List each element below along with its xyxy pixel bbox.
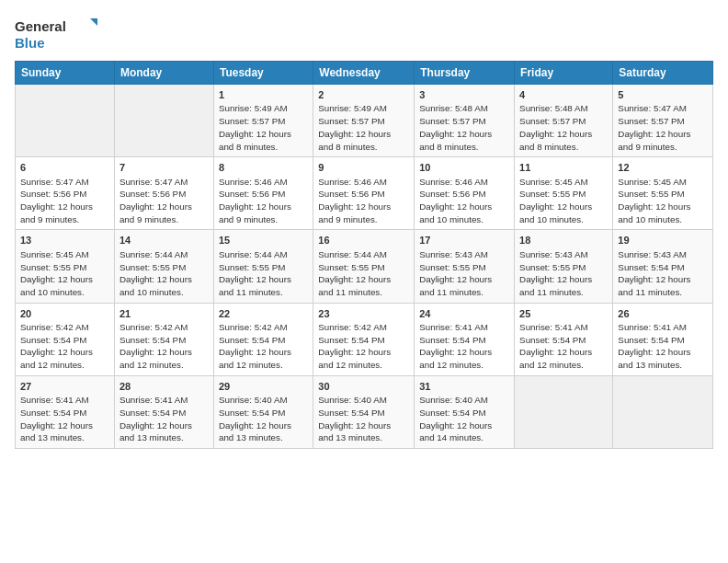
calendar-cell: 16Sunrise: 5:44 AM Sunset: 5:55 PM Dayli… bbox=[313, 230, 415, 303]
svg-marker-2 bbox=[90, 18, 97, 26]
day-number: 2 bbox=[318, 88, 409, 102]
day-number: 9 bbox=[318, 161, 409, 175]
calendar-cell: 1Sunrise: 5:49 AM Sunset: 5:57 PM Daylig… bbox=[213, 85, 313, 157]
calendar-cell bbox=[515, 375, 613, 448]
calendar-cell: 17Sunrise: 5:43 AM Sunset: 5:55 PM Dayli… bbox=[415, 230, 515, 303]
day-number: 14 bbox=[119, 234, 209, 247]
day-number: 20 bbox=[20, 307, 109, 321]
day-number: 4 bbox=[519, 88, 608, 102]
calendar-cell: 3Sunrise: 5:48 AM Sunset: 5:57 PM Daylig… bbox=[415, 85, 515, 157]
day-info: Sunrise: 5:49 AM Sunset: 5:57 PM Dayligh… bbox=[219, 102, 308, 153]
day-info: Sunrise: 5:40 AM Sunset: 5:54 PM Dayligh… bbox=[419, 394, 509, 444]
calendar-cell: 18Sunrise: 5:43 AM Sunset: 5:55 PM Dayli… bbox=[515, 230, 613, 303]
calendar-cell: 12Sunrise: 5:45 AM Sunset: 5:55 PM Dayli… bbox=[613, 157, 713, 230]
day-number: 22 bbox=[219, 307, 308, 321]
calendar-cell: 6Sunrise: 5:47 AM Sunset: 5:56 PM Daylig… bbox=[16, 157, 115, 230]
calendar-week-row: 6Sunrise: 5:47 AM Sunset: 5:56 PM Daylig… bbox=[16, 157, 713, 230]
calendar-cell: 25Sunrise: 5:41 AM Sunset: 5:54 PM Dayli… bbox=[515, 303, 613, 375]
calendar-cell: 7Sunrise: 5:47 AM Sunset: 5:56 PM Daylig… bbox=[114, 157, 213, 230]
day-info: Sunrise: 5:44 AM Sunset: 5:55 PM Dayligh… bbox=[318, 248, 409, 299]
calendar-cell: 23Sunrise: 5:42 AM Sunset: 5:54 PM Dayli… bbox=[313, 303, 415, 375]
day-number: 17 bbox=[419, 234, 509, 247]
calendar-cell: 28Sunrise: 5:41 AM Sunset: 5:54 PM Dayli… bbox=[114, 375, 213, 448]
day-number: 26 bbox=[618, 307, 708, 321]
calendar-cell: 31Sunrise: 5:40 AM Sunset: 5:54 PM Dayli… bbox=[415, 375, 515, 448]
calendar-week-row: 13Sunrise: 5:45 AM Sunset: 5:55 PM Dayli… bbox=[16, 230, 713, 303]
day-info: Sunrise: 5:43 AM Sunset: 5:55 PM Dayligh… bbox=[419, 248, 509, 299]
day-info: Sunrise: 5:42 AM Sunset: 5:54 PM Dayligh… bbox=[20, 321, 109, 372]
day-info: Sunrise: 5:47 AM Sunset: 5:57 PM Dayligh… bbox=[618, 102, 708, 153]
weekday-header-wednesday: Wednesday bbox=[313, 62, 415, 85]
day-info: Sunrise: 5:43 AM Sunset: 5:55 PM Dayligh… bbox=[519, 248, 608, 299]
day-number: 15 bbox=[219, 234, 308, 247]
day-info: Sunrise: 5:48 AM Sunset: 5:57 PM Dayligh… bbox=[419, 102, 509, 153]
weekday-header-saturday: Saturday bbox=[613, 62, 713, 85]
day-info: Sunrise: 5:48 AM Sunset: 5:57 PM Dayligh… bbox=[519, 102, 608, 153]
calendar-week-row: 27Sunrise: 5:41 AM Sunset: 5:54 PM Dayli… bbox=[16, 375, 713, 448]
day-info: Sunrise: 5:43 AM Sunset: 5:54 PM Dayligh… bbox=[618, 248, 708, 299]
day-info: Sunrise: 5:45 AM Sunset: 5:55 PM Dayligh… bbox=[519, 176, 608, 226]
day-number: 12 bbox=[618, 161, 708, 175]
weekday-header-tuesday: Tuesday bbox=[213, 62, 313, 85]
day-number: 29 bbox=[219, 380, 308, 394]
day-number: 6 bbox=[20, 161, 109, 175]
day-number: 24 bbox=[419, 307, 509, 321]
day-number: 7 bbox=[119, 161, 209, 175]
calendar-week-row: 1Sunrise: 5:49 AM Sunset: 5:57 PM Daylig… bbox=[16, 85, 713, 157]
calendar-cell: 27Sunrise: 5:41 AM Sunset: 5:54 PM Dayli… bbox=[16, 375, 115, 448]
day-number: 18 bbox=[519, 234, 608, 247]
day-info: Sunrise: 5:44 AM Sunset: 5:55 PM Dayligh… bbox=[219, 248, 308, 299]
day-info: Sunrise: 5:41 AM Sunset: 5:54 PM Dayligh… bbox=[618, 321, 708, 372]
day-number: 21 bbox=[119, 307, 209, 321]
day-info: Sunrise: 5:47 AM Sunset: 5:56 PM Dayligh… bbox=[20, 176, 109, 226]
calendar-cell: 9Sunrise: 5:46 AM Sunset: 5:56 PM Daylig… bbox=[313, 157, 415, 230]
day-info: Sunrise: 5:49 AM Sunset: 5:57 PM Dayligh… bbox=[318, 102, 409, 153]
day-number: 23 bbox=[318, 307, 409, 321]
day-number: 27 bbox=[20, 380, 109, 394]
day-number: 31 bbox=[419, 380, 509, 394]
svg-text:Blue: Blue bbox=[15, 35, 45, 51]
weekday-header-friday: Friday bbox=[515, 62, 613, 85]
day-number: 19 bbox=[618, 234, 708, 247]
day-info: Sunrise: 5:42 AM Sunset: 5:54 PM Dayligh… bbox=[318, 321, 409, 372]
day-info: Sunrise: 5:45 AM Sunset: 5:55 PM Dayligh… bbox=[618, 176, 708, 226]
calendar-cell: 4Sunrise: 5:48 AM Sunset: 5:57 PM Daylig… bbox=[515, 85, 613, 157]
calendar-cell: 29Sunrise: 5:40 AM Sunset: 5:54 PM Dayli… bbox=[213, 375, 313, 448]
day-info: Sunrise: 5:41 AM Sunset: 5:54 PM Dayligh… bbox=[419, 321, 509, 372]
day-info: Sunrise: 5:42 AM Sunset: 5:54 PM Dayligh… bbox=[219, 321, 308, 372]
day-number: 1 bbox=[219, 88, 308, 102]
calendar-cell: 14Sunrise: 5:44 AM Sunset: 5:55 PM Dayli… bbox=[114, 230, 213, 303]
day-number: 5 bbox=[618, 88, 708, 102]
page-container: General Blue SundayMondayTuesdayWednesda… bbox=[0, 0, 728, 456]
day-info: Sunrise: 5:46 AM Sunset: 5:56 PM Dayligh… bbox=[419, 176, 509, 226]
day-number: 28 bbox=[119, 380, 209, 394]
calendar-cell: 20Sunrise: 5:42 AM Sunset: 5:54 PM Dayli… bbox=[16, 303, 115, 375]
day-info: Sunrise: 5:40 AM Sunset: 5:54 PM Dayligh… bbox=[219, 394, 308, 444]
header: General Blue bbox=[15, 15, 713, 53]
day-number: 13 bbox=[20, 234, 109, 247]
day-number: 3 bbox=[419, 88, 509, 102]
weekday-header-row: SundayMondayTuesdayWednesdayThursdayFrid… bbox=[16, 62, 713, 85]
day-info: Sunrise: 5:47 AM Sunset: 5:56 PM Dayligh… bbox=[119, 176, 209, 226]
day-info: Sunrise: 5:41 AM Sunset: 5:54 PM Dayligh… bbox=[20, 394, 109, 444]
day-info: Sunrise: 5:46 AM Sunset: 5:56 PM Dayligh… bbox=[219, 176, 308, 226]
calendar-cell: 2Sunrise: 5:49 AM Sunset: 5:57 PM Daylig… bbox=[313, 85, 415, 157]
calendar-cell: 21Sunrise: 5:42 AM Sunset: 5:54 PM Dayli… bbox=[114, 303, 213, 375]
day-info: Sunrise: 5:42 AM Sunset: 5:54 PM Dayligh… bbox=[119, 321, 209, 372]
logo: General Blue bbox=[15, 15, 97, 53]
weekday-header-sunday: Sunday bbox=[16, 62, 115, 85]
day-number: 16 bbox=[318, 234, 409, 247]
calendar-cell: 22Sunrise: 5:42 AM Sunset: 5:54 PM Dayli… bbox=[213, 303, 313, 375]
calendar-table: SundayMondayTuesdayWednesdayThursdayFrid… bbox=[15, 61, 713, 449]
weekday-header-thursday: Thursday bbox=[415, 62, 515, 85]
calendar-cell bbox=[16, 85, 115, 157]
day-info: Sunrise: 5:45 AM Sunset: 5:55 PM Dayligh… bbox=[20, 248, 109, 299]
day-info: Sunrise: 5:46 AM Sunset: 5:56 PM Dayligh… bbox=[318, 176, 409, 226]
calendar-cell: 5Sunrise: 5:47 AM Sunset: 5:57 PM Daylig… bbox=[613, 85, 713, 157]
calendar-cell bbox=[114, 85, 213, 157]
calendar-cell: 13Sunrise: 5:45 AM Sunset: 5:55 PM Dayli… bbox=[16, 230, 115, 303]
day-number: 8 bbox=[219, 161, 308, 175]
weekday-header-monday: Monday bbox=[114, 62, 213, 85]
day-number: 10 bbox=[419, 161, 509, 175]
logo-svg: General Blue bbox=[15, 15, 97, 53]
